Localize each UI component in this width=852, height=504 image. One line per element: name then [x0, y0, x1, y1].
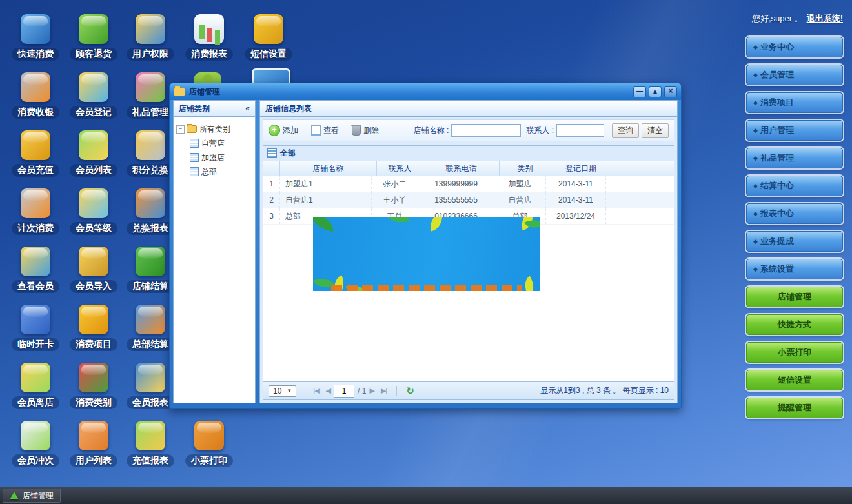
desktop-icon[interactable]: 消费收银 — [6, 72, 65, 128]
desktop-icon[interactable]: 会员离店 — [6, 363, 65, 418]
pay-card-icon — [21, 14, 50, 44]
prev-page-button[interactable]: ◀ — [326, 387, 330, 395]
grid-icon — [190, 167, 199, 176]
desktop-icon[interactable]: 会员冲次 — [6, 421, 65, 476]
leaf-icon — [428, 217, 445, 232]
shop-name-input[interactable] — [451, 124, 521, 137]
collapse-panel-icon[interactable]: « — [245, 101, 250, 116]
money-bags-icon — [136, 130, 165, 160]
user-lock-icon — [136, 14, 165, 44]
calculator-plus-icon — [21, 421, 50, 450]
col-category[interactable]: 类别 — [500, 161, 551, 176]
sidebar-item-commission[interactable]: 业务提成 — [746, 231, 843, 252]
mail-gear-icon — [254, 14, 283, 44]
partial-watermark-text — [331, 285, 522, 291]
sidebar-item-member-manage[interactable]: 会员管理 — [746, 65, 843, 85]
add-button[interactable]: +添加 — [269, 125, 298, 136]
sidebar-item-user-manage[interactable]: 用户管理 — [746, 120, 843, 141]
col-phone[interactable]: 联系电话 — [423, 161, 500, 176]
category-tree-panel: 店铺类别 « − 所有类别 自营店 加盟店 总部 — [173, 100, 256, 403]
group-header[interactable]: 全部 — [263, 146, 674, 161]
desktop-icon[interactable]: 用户列表 — [65, 421, 123, 476]
desktop-icon[interactable]: 小票打印 — [180, 421, 238, 476]
tree-expander-icon[interactable]: − — [176, 125, 185, 134]
person-arrow-icon — [21, 363, 50, 392]
col-contact[interactable]: 联系人 — [377, 161, 423, 176]
desktop-icon[interactable]: 会员导入 — [65, 247, 123, 302]
toolbar: +添加 查看 删除 店铺名称 : 联系人 : 查询 清空 — [263, 119, 674, 141]
green-table-pins-icon — [136, 247, 165, 276]
delete-button[interactable]: 删除 — [352, 125, 379, 136]
trash-icon — [352, 126, 361, 136]
logout-link[interactable]: 退出系统! — [807, 14, 843, 23]
desktop-icon[interactable]: 快速消费 — [6, 14, 65, 70]
column-chart-icon — [136, 305, 165, 334]
taskbar: 店铺管理 — [0, 487, 852, 504]
desktop-icon[interactable]: 计次消费 — [6, 188, 65, 244]
tree-node-root[interactable]: − 所有类别 — [176, 122, 252, 136]
sidebar-item-system-settings[interactable]: 系统设置 — [746, 259, 843, 279]
desktop-icon[interactable]: 顾客退货 — [65, 14, 123, 70]
clear-button[interactable]: 清空 — [642, 123, 669, 138]
sidebar-item-settle-center[interactable]: 结算中心 — [746, 176, 843, 196]
leaf-icon — [313, 217, 336, 232]
sidebar-item-shortcut[interactable]: 快捷方式 — [746, 314, 843, 335]
page-size-select[interactable]: 10 ▼ — [269, 385, 296, 397]
crate-icon — [79, 421, 108, 450]
desktop-icon[interactable]: 会员列表 — [65, 130, 123, 186]
tree-panel-title: 店铺类别 — [179, 101, 210, 116]
sidebar-item-receipt-print[interactable]: 小票打印 — [746, 342, 843, 363]
table-row[interactable]: 2 自营店1 王小丫 1355555555 自营店 2014-3-11 — [263, 192, 674, 208]
gold-coins-icon — [21, 130, 50, 160]
gift-boxes-icon — [136, 72, 165, 102]
col-shop-name[interactable]: 店铺名称 — [280, 161, 377, 176]
first-page-button[interactable]: |◀ — [313, 387, 319, 395]
card-machine-icon — [21, 305, 50, 334]
col-date[interactable]: 登记日期 — [551, 161, 611, 176]
view-button[interactable]: 查看 — [311, 125, 339, 136]
maximize-button[interactable]: ▲ — [649, 86, 662, 97]
desktop-icon[interactable]: 消费报表 — [180, 14, 238, 70]
add-plus-icon: + — [269, 125, 280, 136]
tree-node-own-store[interactable]: 自营店 — [190, 136, 252, 150]
person-binoculars-icon — [21, 247, 50, 276]
last-page-button[interactable]: ▶| — [381, 387, 387, 395]
search-button[interactable]: 查询 — [612, 123, 639, 138]
minimize-button[interactable]: — — [633, 86, 646, 97]
table-row[interactable]: 1 加盟店1 张小二 1399999999 加盟店 2014-3-11 — [263, 176, 674, 192]
taskbar-button-shop-manage[interactable]: 店铺管理 — [3, 489, 61, 503]
desktop-icon[interactable]: 短信设置 — [239, 14, 298, 70]
sidebar-item-business-center[interactable]: 业务中心 — [746, 37, 843, 57]
window-titlebar[interactable]: 店铺管理 — ▲ × — [170, 83, 681, 100]
desktop-icon[interactable]: 临时开卡 — [6, 305, 65, 360]
close-button[interactable]: × — [664, 86, 677, 97]
receipt-printer-icon — [21, 188, 50, 218]
pagination-info: 显示从1到3 , 总 3 条 。 每页显示 : 10 — [540, 385, 669, 396]
sidebar-item-consume-items[interactable]: 消费项目 — [746, 92, 843, 113]
page-icon — [311, 125, 321, 136]
chart-coins-icon — [136, 421, 165, 450]
contact-input[interactable] — [556, 124, 604, 137]
desktop-icon[interactable]: 充值报表 — [121, 421, 179, 476]
desktop-icon[interactable]: 会员登记 — [65, 72, 123, 128]
desktop-icon[interactable]: 会员等级 — [65, 188, 123, 244]
refresh-icon[interactable]: ↻ — [406, 385, 414, 397]
sidebar-item-report-center[interactable]: 报表中心 — [746, 203, 843, 224]
desktop-icon[interactable]: 消费项目 — [65, 305, 123, 360]
desktop-icon[interactable]: 消费类别 — [65, 363, 123, 418]
tree-node-franchise-store[interactable]: 加盟店 — [190, 150, 252, 165]
window-title: 店铺管理 — [189, 86, 631, 97]
desktop-icon[interactable]: 用户权限 — [121, 14, 179, 70]
sidebar-item-shop-manage[interactable]: 店铺管理 — [746, 287, 843, 307]
sidebar-item-remind-manage[interactable]: 提醒管理 — [746, 398, 843, 418]
next-page-button[interactable]: ▶ — [369, 387, 374, 395]
tree-node-headquarters[interactable]: 总部 — [190, 165, 252, 179]
person-map-icon — [79, 188, 108, 218]
desktop-icon[interactable]: 查看会员 — [6, 247, 65, 302]
sidebar-item-gift-manage[interactable]: 礼品管理 — [746, 148, 843, 168]
desktop-icon[interactable]: 会员充值 — [6, 130, 65, 186]
greeting-text: 您好,super 。 — [752, 14, 803, 23]
sidebar-item-sms-settings[interactable]: 短信设置 — [746, 370, 843, 390]
page-number-input[interactable] — [334, 385, 354, 398]
user-greeting: 您好,super 。退出系统! — [752, 13, 843, 25]
